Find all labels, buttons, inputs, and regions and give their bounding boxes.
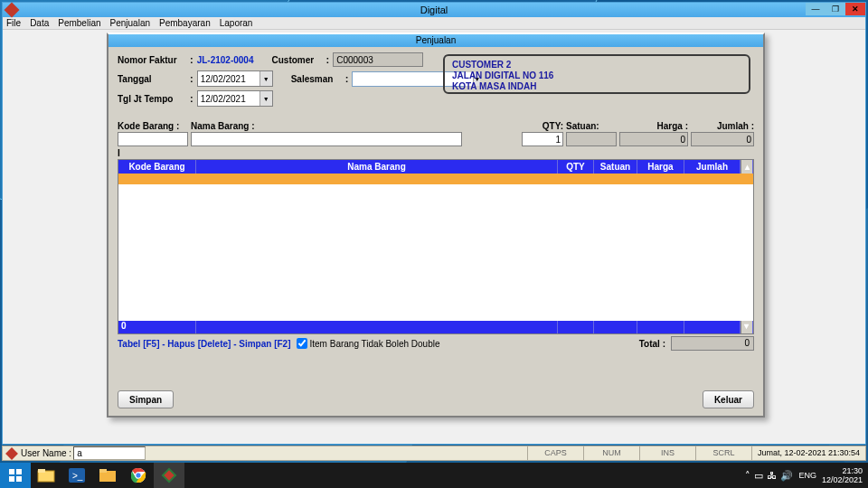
keluar-button[interactable]: Keluar	[703, 390, 754, 408]
chevron-down-icon[interactable]: ▼	[259, 91, 272, 106]
col-satuan[interactable]: Satuan	[594, 160, 637, 174]
status-datetime: Jumat, 12-02-2021 21:30:54	[751, 446, 865, 460]
menu-data[interactable]: Data	[30, 18, 49, 28]
taskbar-folder-icon[interactable]	[92, 463, 123, 488]
tray-battery-icon[interactable]: ▭	[754, 470, 763, 482]
label-kode-barang: Kode Barang :	[118, 121, 188, 131]
app-titlebar[interactable]: Digital — ❐ ✕	[3, 3, 865, 17]
tray-clock[interactable]: 21:30 12/02/2021	[822, 466, 863, 484]
minimize-button[interactable]: —	[806, 3, 826, 15]
customer-info-panel: CUSTOMER 2 JALAN DIGITAL NO 116 KOTA MAS…	[443, 54, 750, 94]
label-qty: QTY:	[522, 121, 563, 131]
label-tanggal: Tanggal	[118, 74, 186, 84]
sales-window: Penjualan Nomor Faktur : JL-2102-0004 Cu…	[107, 33, 765, 418]
app-title: Digital	[420, 5, 448, 15]
kode-barang-input[interactable]	[118, 132, 188, 146]
total-value: 0	[671, 336, 754, 351]
col-nama[interactable]: Nama Barang	[196, 160, 558, 174]
status-caps: CAPS	[527, 446, 583, 460]
tanggal-picker[interactable]: ▼	[197, 70, 273, 87]
tgl-jt-input[interactable]	[198, 91, 259, 106]
items-grid[interactable]: Kode Barang Nama Barang QTY Satuan Harga…	[118, 159, 754, 334]
taskbar-app-icon[interactable]	[154, 463, 184, 488]
menu-pembayaran[interactable]: Pembayaran	[159, 18, 211, 28]
jumlah-input[interactable]	[691, 132, 754, 146]
footer-kode: 0	[118, 321, 196, 333]
col-jumlah[interactable]: Jumlah	[684, 160, 741, 174]
grid-selected-row[interactable]	[118, 174, 753, 184]
status-num: NUM	[583, 446, 639, 460]
keyboard-hints: Tabel [F5] - Hapus [Delete] - Simpan [F2…	[118, 339, 291, 349]
taskbar-chrome-icon[interactable]	[123, 463, 154, 488]
invoice-number: JL-2102-0004	[197, 55, 254, 65]
customer-name: CUSTOMER 2	[452, 60, 741, 70]
window-controls: — ❐ ✕	[806, 3, 865, 15]
customer-address2: KOTA MASA INDAH	[452, 81, 741, 92]
taskbar-powershell-icon[interactable]: >_	[61, 463, 92, 488]
status-scrl: SCRL	[695, 446, 751, 460]
status-user-value: a	[73, 446, 146, 460]
qty-input[interactable]	[522, 132, 563, 146]
chevron-down-icon[interactable]: ▼	[259, 71, 272, 86]
grid-body[interactable]	[118, 184, 753, 321]
label-salesman: Salesman	[291, 74, 342, 84]
tray-lang[interactable]: ENG	[798, 471, 816, 480]
taskbar[interactable]: >_ ˄ ▭ 🖧 🔊 ENG 21:30 12/02/2021	[0, 463, 868, 488]
label-customer: Customer	[272, 55, 323, 65]
svg-rect-16	[38, 469, 45, 473]
tray-up-icon[interactable]: ˄	[745, 470, 750, 482]
customer-code-input[interactable]	[333, 52, 423, 67]
svg-rect-11	[9, 469, 14, 474]
label-jumlah: Jumlah :	[691, 121, 754, 131]
no-double-checkbox-input[interactable]	[297, 338, 307, 349]
menu-penjualan[interactable]: Penjualan	[110, 18, 150, 28]
menu-pembelian[interactable]: Pembelian	[58, 18, 100, 28]
sales-window-title[interactable]: Penjualan	[108, 34, 763, 47]
taskbar-file-explorer-icon[interactable]	[31, 463, 61, 488]
start-button[interactable]	[0, 463, 31, 488]
tgl-jt-picker[interactable]: ▼	[197, 90, 273, 107]
menubar: File Data Pembelian Penjualan Pembayaran…	[3, 17, 865, 30]
menu-laporan[interactable]: Laporan	[220, 18, 253, 28]
svg-rect-13	[9, 476, 14, 482]
label-nomor-faktur: Nomor Faktur	[118, 55, 186, 65]
no-double-label: Item Barang Tidak Boleh Double	[310, 339, 440, 349]
svg-rect-14	[16, 476, 22, 482]
tanggal-input[interactable]	[198, 71, 259, 86]
nama-barang-input[interactable]	[191, 132, 462, 146]
grid-scroll-up[interactable]: ▴	[741, 160, 753, 174]
menu-file[interactable]: File	[6, 18, 21, 28]
total-label: Total :	[639, 339, 665, 349]
label-tgl-jt: Tgl Jt Tempo	[118, 94, 186, 104]
no-double-checkbox[interactable]: Item Barang Tidak Boleh Double	[297, 338, 440, 349]
text-cursor: I	[118, 148, 754, 158]
app-icon	[5, 3, 20, 18]
col-kode[interactable]: Kode Barang	[118, 160, 196, 174]
svg-text:>_: >_	[72, 471, 83, 481]
status-user-label: User Name :	[21, 448, 71, 458]
label-harga: Harga :	[619, 121, 688, 131]
close-button[interactable]: ✕	[845, 3, 865, 15]
grid-scroll-down[interactable]: ▾	[741, 321, 753, 333]
tray-network-icon[interactable]: 🖧	[767, 470, 777, 481]
maximize-button[interactable]: ❐	[826, 3, 845, 15]
satuan-input[interactable]	[566, 132, 617, 146]
col-qty[interactable]: QTY	[558, 160, 594, 174]
grid-footer: 0 ▾	[118, 321, 753, 333]
svg-rect-20	[99, 469, 107, 473]
label-satuan: Satuan:	[566, 121, 617, 131]
label-nama-barang: Nama Barang :	[191, 121, 462, 131]
tray-volume-icon[interactable]: 🔊	[780, 470, 793, 482]
statusbar: User Name : a CAPS NUM INS SCRL Jumat, 1…	[2, 446, 866, 461]
grid-header: Kode Barang Nama Barang QTY Satuan Harga…	[118, 160, 753, 174]
simpan-button[interactable]: Simpan	[118, 390, 174, 408]
customer-address1: JALAN DIGITAL NO 116	[452, 70, 741, 81]
col-harga[interactable]: Harga	[637, 160, 684, 174]
harga-input[interactable]	[619, 132, 688, 146]
entry-row: Kode Barang : Nama Barang : QTY: Satuan:…	[118, 121, 754, 146]
system-tray[interactable]: ˄ ▭ 🖧 🔊	[745, 470, 793, 482]
svg-rect-12	[16, 469, 22, 474]
status-ins: INS	[639, 446, 695, 460]
status-app-icon	[5, 447, 18, 460]
